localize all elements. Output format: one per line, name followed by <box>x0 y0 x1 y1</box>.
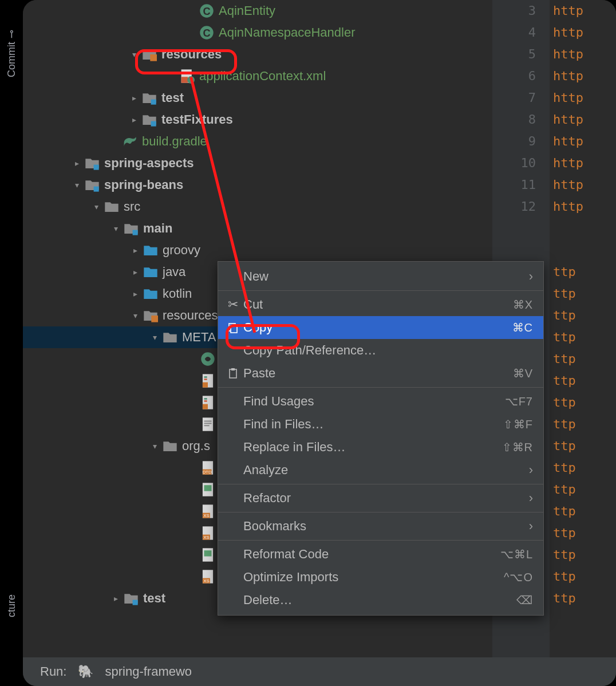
menu-label: Replace in Files… <box>242 440 502 455</box>
gradle-icon <box>123 134 137 149</box>
menu-label: Paste <box>242 366 513 381</box>
code-line: http <box>550 152 616 174</box>
menu-label: Copy <box>242 320 512 335</box>
item-label: main <box>143 221 172 236</box>
run-tool-bar[interactable]: Run: 🐘 spring-framewo <box>23 657 616 686</box>
module-folder-icon <box>142 112 157 127</box>
code-line: ttp <box>550 305 616 326</box>
line-number: 5 <box>492 44 536 65</box>
expand-arrow[interactable]: ▸ <box>127 289 143 298</box>
gif-file-icon <box>200 547 215 562</box>
menu-item-find-in-files[interactable]: Find in Files… ⇧⌘F <box>218 413 543 436</box>
tree-item-source-folder[interactable]: ▸ groovy <box>23 239 492 261</box>
item-label: META <box>182 330 216 345</box>
expand-arrow[interactable]: ▸ <box>69 159 85 168</box>
expand-arrow[interactable]: ▾ <box>126 50 142 59</box>
menu-item-delete[interactable]: Delete… ⌫ <box>218 589 543 612</box>
svg-rect-10 <box>94 165 99 170</box>
submenu-arrow-icon: › <box>529 491 533 506</box>
expand-arrow[interactable]: ▸ <box>126 115 142 124</box>
tree-item-module[interactable]: ▸ spring-aspects <box>23 152 492 174</box>
svg-text:C: C <box>203 27 210 39</box>
menu-item-copy-path[interactable]: Copy Path/Reference… <box>218 339 543 362</box>
text-file-icon <box>200 417 215 432</box>
menu-item-optimize-imports[interactable]: Optimize Imports ^⌥O <box>218 566 543 589</box>
code-line: http <box>550 131 616 152</box>
structure-tab[interactable]: cture <box>6 594 18 617</box>
gradle-icon: 🐘 <box>78 664 93 679</box>
commit-tab[interactable]: Commit ⊸ <box>5 30 18 77</box>
paste-icon <box>224 368 242 379</box>
tree-item-module[interactable]: ▾ spring-beans <box>23 174 492 196</box>
menu-item-new[interactable]: New › <box>218 265 543 288</box>
svg-rect-31 <box>204 485 212 491</box>
expand-arrow[interactable]: ▾ <box>69 180 85 190</box>
source-folder-icon <box>143 286 158 301</box>
menu-item-paste[interactable]: Paste ⌘V <box>218 362 543 385</box>
expand-arrow[interactable]: ▸ <box>126 93 142 102</box>
tree-item-gradle-file[interactable]: build.gradle <box>23 131 492 152</box>
menu-item-replace-in-files[interactable]: Replace in Files… ⇧⌘R <box>218 436 543 459</box>
line-number: 6 <box>492 65 536 87</box>
svg-text:DTD: DTD <box>203 470 212 475</box>
menu-item-bookmarks[interactable]: Bookmarks › <box>218 515 543 538</box>
expand-arrow[interactable]: ▸ <box>108 594 124 603</box>
line-number: 7 <box>492 87 536 109</box>
gif-file-icon <box>200 482 215 497</box>
menu-item-find-usages[interactable]: Find Usages ⌥F7 <box>218 390 543 413</box>
code-line: http <box>550 196 616 218</box>
source-folder-icon <box>143 265 158 279</box>
item-label: groovy <box>163 243 200 258</box>
item-label: applicationContext.xml <box>199 69 326 84</box>
menu-item-cut[interactable]: ✂ Cut ⌘X <box>218 293 543 316</box>
expand-arrow[interactable]: ▾ <box>127 311 143 320</box>
shortcut: ⌥⌘L <box>500 547 533 561</box>
svg-rect-24 <box>204 421 212 422</box>
tree-item-xml-file[interactable]: applicationContext.xml <box>23 65 492 87</box>
svg-point-7 <box>187 76 195 84</box>
code-line: ttp <box>550 413 616 435</box>
code-line: ttp <box>550 392 616 413</box>
module-folder-icon <box>124 221 139 236</box>
item-label: AqinEntity <box>219 3 275 18</box>
menu-label: Optimize Imports <box>242 570 504 585</box>
shortcut: ⌘V <box>513 366 533 380</box>
tree-item-class[interactable]: C AqinEntity <box>23 0 492 22</box>
expand-arrow[interactable]: ▾ <box>147 333 163 342</box>
resources-folder-icon <box>143 308 158 323</box>
tree-item-folder[interactable]: ▸ testFixtures <box>23 109 492 131</box>
svg-rect-25 <box>204 423 212 424</box>
expand-arrow[interactable]: ▾ <box>147 441 163 451</box>
tree-item-folder[interactable]: ▾ src <box>23 196 492 218</box>
menu-item-copy[interactable]: Copy ⌘C <box>218 316 543 339</box>
code-line: ttp <box>550 348 616 370</box>
tree-item-class[interactable]: C AqinNamespaceHandler <box>23 22 492 44</box>
menu-label: Find Usages <box>242 394 505 409</box>
svg-rect-26 <box>204 425 210 426</box>
menu-item-analyze[interactable]: Analyze › <box>218 459 543 482</box>
svg-rect-22 <box>204 400 207 402</box>
tree-item-folder[interactable]: ▸ test <box>23 87 492 109</box>
module-folder-icon <box>142 90 157 105</box>
line-number: 11 <box>492 174 536 196</box>
expand-arrow[interactable]: ▾ <box>108 224 124 233</box>
code-editor[interactable]: http http http http http http http http … <box>550 0 616 686</box>
tree-item-folder[interactable]: ▾ main <box>23 218 492 239</box>
item-label: spring-beans <box>104 178 183 192</box>
expand-arrow[interactable]: ▸ <box>127 267 143 277</box>
menu-separator <box>218 512 543 512</box>
tree-item-resources-folder[interactable]: ▾ resources <box>23 44 492 65</box>
menu-item-refactor[interactable]: Refactor › <box>218 487 543 510</box>
expand-arrow[interactable]: ▾ <box>88 202 104 211</box>
code-line: ttp <box>550 283 616 305</box>
expand-arrow[interactable]: ▸ <box>127 246 143 255</box>
class-icon: C <box>199 3 214 18</box>
svg-rect-45 <box>231 325 237 333</box>
code-line: ttp <box>550 522 616 544</box>
menu-item-reformat[interactable]: Reformat Code ⌥⌘L <box>218 543 543 566</box>
module-folder-icon <box>85 178 100 192</box>
menu-separator <box>218 290 543 291</box>
code-line: http <box>550 0 616 22</box>
shortcut: ⌫ <box>516 593 533 607</box>
submenu-arrow-icon: › <box>529 463 533 478</box>
